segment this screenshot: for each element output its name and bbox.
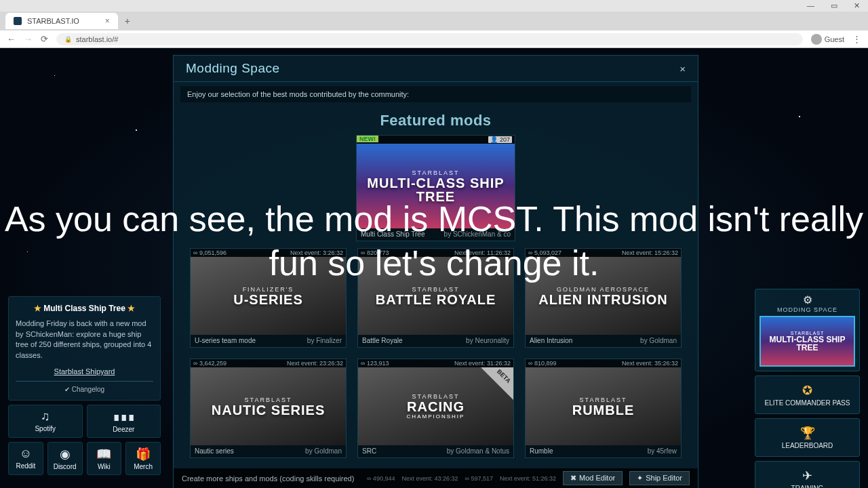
- card-image: FINALIZER'SU-SERIES: [191, 257, 346, 335]
- badge-icon: ✪: [758, 383, 856, 398]
- merch-button[interactable]: 🎁Merch: [125, 442, 161, 475]
- url-field[interactable]: 🔒 starblast.io/#: [56, 33, 803, 45]
- back-icon[interactable]: ←: [7, 34, 16, 44]
- elite-commander-button[interactable]: ✪ ELITE COMMANDER PASS: [755, 375, 860, 414]
- maximize-icon[interactable]: ▭: [831, 1, 837, 10]
- mod-card[interactable]: ∞ 9,051,596Next event: 3:26:32FINALIZER'…: [190, 248, 347, 348]
- card-image: STARBLASTRUMBLE: [526, 367, 681, 445]
- card-stats: ∞ 820,773Next event: 11:26:32: [358, 249, 513, 257]
- deezer-button[interactable]: ∎∎∎Deezer: [87, 405, 161, 438]
- ship-icon: ✦: [637, 474, 643, 483]
- mod-card[interactable]: ∞ 820,773Next event: 11:26:32STARBLASTBA…: [357, 248, 514, 348]
- featured-mod-card[interactable]: NEW! 👤 207 STARBLAST MULTI-CLASS SHIP TR…: [356, 135, 515, 241]
- new-badge: NEW!: [357, 136, 378, 142]
- tab-close-icon[interactable]: ×: [105, 16, 110, 26]
- discord-button[interactable]: ◉Discord: [47, 442, 83, 475]
- bottom-bar: Create more ships and mods (coding skill…: [174, 468, 698, 488]
- check-icon: ✔: [64, 386, 70, 393]
- menu-icon[interactable]: ⋮: [852, 34, 861, 44]
- tab-bar: STARBLAST.IO × +: [0, 12, 868, 30]
- left-panel: ★ Multi Class Ship Tree ★ Modding Friday…: [8, 296, 161, 475]
- url-text: starblast.io/#: [76, 35, 118, 43]
- modal-title: Modding Space: [186, 61, 280, 76]
- lock-icon: 🔒: [64, 36, 72, 43]
- card-stats: ∞ 9,051,596Next event: 3:26:32: [191, 249, 346, 257]
- card-caption: SRCby Goldman & Notus: [358, 445, 513, 458]
- forward-icon[interactable]: →: [24, 34, 33, 44]
- avatar-icon: [811, 34, 822, 45]
- info-body: Modding Friday is back with a new mod by…: [16, 319, 153, 361]
- star-icon: ★: [127, 304, 135, 313]
- card-caption: U-series team modeby Finalizer: [191, 335, 346, 347]
- beta-badge: BETA: [481, 367, 513, 400]
- modding-space-modal: Modding Space × Enjoy our selection of t…: [173, 55, 698, 488]
- bottom-text: Create more ships and mods (coding skill…: [182, 474, 360, 483]
- deezer-icon: ∎∎∎: [87, 409, 161, 424]
- star-icon: ★: [34, 304, 41, 313]
- page: ★ Multi Class Ship Tree ★ Modding Friday…: [0, 48, 868, 488]
- right-panel: ⚙ MODDING SPACE STARBLAST MULTI-CLASS SH…: [755, 289, 860, 488]
- card-caption: Alien Intrusionby Goldman: [526, 335, 681, 347]
- card-caption: Battle Royaleby Neuronality: [358, 335, 513, 347]
- modding-space-thumbnail: STARBLAST MULTI-CLASS SHIP TREE: [760, 316, 855, 367]
- card-caption: Nautic seriesby Goldman: [191, 445, 346, 458]
- mod-editor-button[interactable]: ✖Mod Editor: [563, 471, 623, 485]
- card-image: STARBLASTNAUTIC SERIES: [191, 367, 346, 445]
- modal-header: Modding Space ×: [174, 56, 698, 82]
- mod-card[interactable]: ∞ 3,642,259Next event: 23:26:32STARBLAST…: [190, 359, 347, 458]
- discord-icon: ◉: [48, 447, 82, 462]
- featured-heading: Featured mods: [174, 112, 698, 129]
- close-icon[interactable]: ✕: [854, 1, 860, 10]
- modal-subtitle: Enjoy our selection of the best mods con…: [180, 86, 691, 102]
- browser-tab[interactable]: STARBLAST.IO ×: [5, 13, 118, 29]
- card-stats: ∞ 5,093,027Next event: 15:26:32: [526, 249, 681, 257]
- modding-space-box[interactable]: ⚙ MODDING SPACE STARBLAST MULTI-CLASS SH…: [755, 289, 860, 371]
- card-caption: Multi Class Ship Tree by SChickenMan & c…: [357, 228, 515, 241]
- card-stats: ∞ 810,899Next event: 35:26:32: [526, 359, 681, 367]
- modding-space-icon: ⚙: [760, 293, 855, 306]
- mods-grid: ∞ 9,051,596Next event: 3:26:32FINALIZER'…: [174, 248, 698, 458]
- wrench-icon: ✖: [570, 474, 576, 483]
- window-controls: — ▭ ✕: [0, 0, 868, 12]
- card-stats: ∞ 123,913Next event: 31:26:32: [358, 359, 513, 367]
- card-image: STARBLASTBATTLE ROYALE: [358, 257, 513, 335]
- card-image: GOLDMAN AEROSPACEALIEN INTRUSION: [526, 257, 681, 335]
- modal-close-button[interactable]: ×: [679, 63, 686, 75]
- card-stats: 👤 207: [357, 136, 515, 144]
- spotify-icon: ♫: [9, 409, 82, 424]
- mod-card[interactable]: ∞ 5,093,027Next event: 15:26:32GOLDMAN A…: [525, 248, 682, 348]
- guest-label: Guest: [825, 35, 844, 43]
- leaderboard-button[interactable]: 🏆 LEADERBOARD: [755, 418, 860, 457]
- new-tab-icon[interactable]: +: [125, 16, 130, 26]
- trophy-icon: 🏆: [758, 426, 856, 441]
- merch-icon: 🎁: [126, 447, 160, 462]
- address-bar: ← → ⟳ 🔒 starblast.io/# Guest ⋮: [0, 30, 868, 48]
- card-image: BETASTARBLASTRACINGCHAMPIONSHIP: [358, 367, 513, 445]
- shipyard-link[interactable]: Starblast Shipyard: [16, 367, 153, 375]
- card-caption: Rumbleby 45rfew: [526, 445, 681, 458]
- ship-editor-button[interactable]: ✦Ship Editor: [629, 471, 690, 485]
- browser-chrome: — ▭ ✕ STARBLAST.IO × + ← → ⟳ 🔒 starblast…: [0, 0, 868, 48]
- info-box: ★ Multi Class Ship Tree ★ Modding Friday…: [8, 296, 161, 401]
- mod-card[interactable]: ∞ 810,899Next event: 35:26:32STARBLASTRU…: [525, 359, 682, 458]
- training-button[interactable]: ✈ TRAINING: [755, 461, 860, 488]
- reload-icon[interactable]: ⟳: [41, 34, 48, 44]
- mod-card[interactable]: ∞ 123,913Next event: 31:26:32BETASTARBLA…: [357, 359, 514, 458]
- card-stats: ∞ 3,642,259Next event: 23:26:32: [191, 359, 346, 367]
- minimize-icon[interactable]: —: [807, 1, 814, 10]
- wiki-icon: 📖: [87, 447, 121, 462]
- tab-title: STARBLAST.IO: [27, 17, 79, 25]
- music-row: ♫Spotify ∎∎∎Deezer: [8, 405, 161, 438]
- card-image: STARBLAST MULTI-CLASS SHIP TREE: [357, 144, 515, 228]
- tab-favicon-icon: [14, 17, 22, 25]
- reddit-icon: ☺: [9, 447, 43, 461]
- ship-icon: ✈: [758, 468, 856, 483]
- player-count: 👤 207: [488, 136, 512, 143]
- spotify-button[interactable]: ♫Spotify: [8, 405, 83, 438]
- wiki-button[interactable]: 📖Wiki: [87, 442, 122, 475]
- reddit-button[interactable]: ☺Reddit: [8, 442, 43, 475]
- info-title: ★ Multi Class Ship Tree ★: [16, 304, 153, 313]
- guest-profile-button[interactable]: Guest: [811, 34, 844, 45]
- changelog-link[interactable]: ✔ Changelog: [16, 381, 153, 393]
- community-row: ☺Reddit ◉Discord 📖Wiki 🎁Merch: [8, 442, 161, 475]
